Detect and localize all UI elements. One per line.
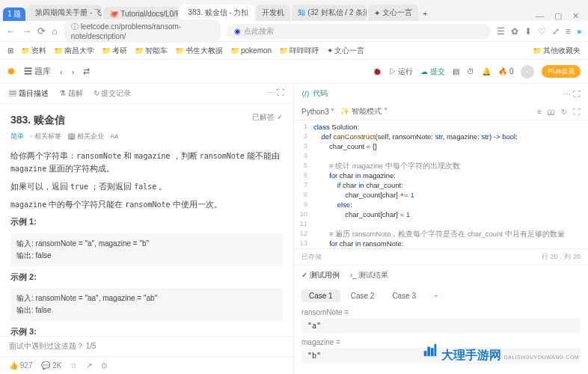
profile-icon[interactable]: ● xyxy=(577,26,582,37)
font-icon[interactable]: Aᴀ xyxy=(110,131,118,141)
close-icon[interactable]: ✕ xyxy=(572,11,579,21)
plugin-icon[interactable]: ✿ xyxy=(511,26,518,37)
problem-paragraph: 给你两个字符串：ransomNote 和 magazine ，判断 ransom… xyxy=(10,150,283,176)
fire-icon[interactable]: 🔥 0 xyxy=(498,67,513,76)
editor-status: 已存储行 20，列 20 xyxy=(294,248,588,265)
browser-tab[interactable]: ✦文心一言 xyxy=(368,4,418,21)
bookmark[interactable]: 📁考研 xyxy=(102,46,127,56)
star-icon[interactable]: ☆ xyxy=(70,361,77,370)
format-icon[interactable]: ≡ xyxy=(537,108,542,116)
problem-list-link[interactable]: ☰ 题库 xyxy=(24,66,51,77)
forward-icon[interactable]: → xyxy=(22,25,31,37)
interview-stat: 面试中遇到过这道题？ 1/5 xyxy=(9,341,97,352)
browser-tab-bar: 1 题 第四期闯关手册 - 飞书云 🐙Tutorial/docs/L0/Pyth… xyxy=(0,0,588,21)
tab-test-result[interactable]: ›_ 测试结果 xyxy=(350,270,389,280)
testcase-params: ransomNote = "a" magazine = "b" xyxy=(294,307,588,374)
timer-icon[interactable]: ⏱ xyxy=(467,67,474,76)
bookmark[interactable]: 📁资料 xyxy=(21,46,46,56)
other-bookmarks[interactable]: 📁其他收藏夹 xyxy=(533,46,581,56)
run-button[interactable]: ▷ 运行 xyxy=(389,67,414,77)
maximize-icon[interactable]: ▢ xyxy=(554,11,562,21)
prev-icon[interactable]: ‹ xyxy=(60,67,63,76)
tab-submissions[interactable]: ↻ 提交记录 xyxy=(94,88,132,99)
case-tab[interactable]: Case 2 xyxy=(343,289,382,302)
tab-solution[interactable]: ⚗ 题解 xyxy=(59,88,83,99)
topics-tag[interactable]: ◦ 相关标签 xyxy=(30,131,61,141)
feedback-icon[interactable]: ⊙ xyxy=(101,361,107,370)
watermark-icon xyxy=(422,343,438,359)
submit-button[interactable]: ☁ 提交 xyxy=(420,67,445,77)
menu-icon[interactable]: ≡ xyxy=(566,26,571,37)
companies-tag[interactable]: 🏢 相关企业 xyxy=(67,131,105,141)
plus-badge[interactable]: Plus会员 xyxy=(542,65,581,78)
folder-icon: 📁 xyxy=(230,46,239,55)
case-tabs: Case 1 Case 2 Case 3 + xyxy=(294,285,588,307)
github-icon: 🐙 xyxy=(109,10,118,18)
bookmark[interactable]: 📁智能车 xyxy=(135,46,168,56)
back-icon[interactable]: ← xyxy=(6,25,16,37)
avatar[interactable] xyxy=(521,65,534,79)
search-input[interactable]: ◉点此搜索 xyxy=(227,24,491,39)
logo-icon[interactable]: ⬢ xyxy=(7,67,15,76)
bookmark[interactable]: 📁南昌大学 xyxy=(54,46,94,56)
bookmark[interactable]: ✦文心一言 xyxy=(327,46,364,56)
problem-footer: 面试中遇到过这道题？ 1/5 xyxy=(0,336,293,356)
more-icon[interactable]: ⋯ ⛶ xyxy=(267,88,284,99)
browser-tab[interactable]: 知(32 封私信 / 2 条消息) xyxy=(292,4,367,21)
problem-stats: 👍 927 💬 2K ☆ ↗ ⊙ xyxy=(0,356,293,374)
folder-icon: 📁 xyxy=(102,46,111,55)
param-input[interactable]: "a" xyxy=(301,318,581,334)
code-icon: ⟨/⟩ xyxy=(301,90,310,98)
language-select[interactable]: Python3 ˅ xyxy=(301,108,334,116)
url-input[interactable]: ⓘ leetcode.cn/problems/ransom-note/descr… xyxy=(64,19,221,43)
browser-tab[interactable]: 第四期闯关手册 - 飞书云 xyxy=(27,4,102,21)
shuffle-icon[interactable]: ⇄ xyxy=(83,67,90,76)
solved-label: 已解答 ✓ xyxy=(252,111,283,123)
code-editor[interactable]: 1234567891011121314151617181920 class So… xyxy=(294,120,588,248)
tab-description[interactable]: ▤ 题目描述 xyxy=(9,88,49,99)
bookmark[interactable]: 📁咩咩咩呼 xyxy=(279,46,319,56)
bookmark-code-icon[interactable]: 🕮 xyxy=(548,108,555,116)
browser-tab[interactable]: 383. 赎金信 - 力扣 xyxy=(180,4,254,21)
add-case-button[interactable]: + xyxy=(426,289,446,302)
apps-icon[interactable]: ⊞ xyxy=(7,46,13,55)
folder-icon: 📁 xyxy=(135,46,144,55)
tab-testcase[interactable]: ✓ 测试用例 xyxy=(301,270,340,280)
reload-icon[interactable]: ⟳ xyxy=(37,25,46,37)
debug-icon[interactable]: 🐞 xyxy=(373,67,382,76)
browser-tab[interactable]: 开发机 xyxy=(256,4,290,21)
bookmark[interactable]: 📁书生大教据 xyxy=(175,46,223,56)
download-icon[interactable]: ⬇ xyxy=(524,26,532,37)
wenxin-icon: ✦ xyxy=(374,9,380,17)
bell-icon[interactable]: 🔔 xyxy=(482,67,491,76)
note-icon[interactable]: ▤ xyxy=(453,67,459,76)
comments-button[interactable]: 💬 2K xyxy=(41,361,61,370)
case-tab[interactable]: Case 3 xyxy=(385,289,423,302)
reset-icon[interactable]: ↻ xyxy=(561,108,567,116)
editor-header: ⟨/⟩代码 ⋯ ⛶ xyxy=(294,84,588,103)
extension-icon[interactable]: ☰ xyxy=(497,26,505,37)
likes-button[interactable]: 👍 927 xyxy=(9,361,32,370)
bookmark[interactable]: 📁pokemon xyxy=(230,46,272,55)
home-icon[interactable]: ⌂ xyxy=(52,25,58,37)
share-icon[interactable]: ↗ xyxy=(86,361,92,370)
zhihu-icon: 知 xyxy=(298,7,305,18)
example-box: 输入: ransomNote = "a", magazine = "b"输出: … xyxy=(10,233,283,266)
new-tab-button[interactable]: + xyxy=(420,7,430,21)
browser-tab[interactable]: 1 题 xyxy=(3,7,25,21)
main-split: ▤ 题目描述 ⚗ 题解 ↻ 提交记录 ⋯ ⛶ 已解答 ✓ 383. 赎金信 简单… xyxy=(0,84,588,374)
next-icon[interactable]: › xyxy=(72,67,75,76)
description-tabs: ▤ 题目描述 ⚗ 题解 ↻ 提交记录 ⋯ ⛶ xyxy=(0,84,293,104)
auto-mode[interactable]: ✨ 智能模式 ˅ xyxy=(340,106,388,117)
expand-icon[interactable]: ⤢ xyxy=(552,26,560,37)
minimize-icon[interactable]: — xyxy=(536,11,544,21)
problem-title: 383. 赎金信 xyxy=(10,111,283,128)
fullscreen-icon[interactable]: ⛶ xyxy=(573,108,581,116)
editor-more-icon[interactable]: ⋯ ⛶ xyxy=(563,90,581,98)
folder-icon: 📁 xyxy=(279,46,288,55)
fav-icon[interactable]: ♡ xyxy=(538,26,546,37)
case-tab[interactable]: Case 1 xyxy=(301,289,340,302)
problem-paragraph: 如果可以，返回 true ；否则返回 false 。 xyxy=(10,180,283,194)
code-body[interactable]: class Solution: def canConstruct(self, r… xyxy=(310,120,568,248)
example-box: 输入: ransomNote = "aa", magazine = "ab"输出… xyxy=(10,288,283,321)
